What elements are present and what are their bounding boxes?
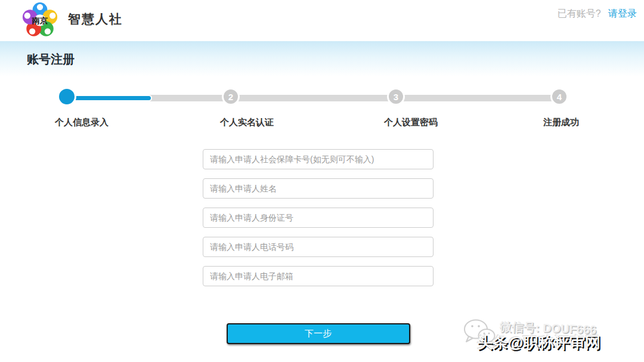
stepper-progress-fill bbox=[69, 95, 152, 101]
step-number-3: 3 bbox=[394, 92, 398, 102]
smart-hr-flower-logo-icon: 南京 bbox=[21, 2, 59, 38]
step-circle-1 bbox=[57, 87, 76, 106]
step-circle-3: 3 bbox=[387, 88, 405, 106]
account-hint-text: 已有账号? bbox=[558, 8, 601, 18]
step-label-set-password: 个人设置密码 bbox=[384, 117, 438, 128]
login-link[interactable]: 请登录 bbox=[608, 8, 637, 18]
watermark: 微信号: DOUF666 头条@职称评审网 bbox=[462, 318, 642, 357]
step-label-realname-auth: 个人实名认证 bbox=[220, 117, 274, 128]
step-number-2: 2 bbox=[228, 92, 233, 102]
next-step-button[interactable]: 下一步 bbox=[227, 323, 410, 344]
applicant-name-input[interactable] bbox=[203, 178, 434, 199]
watermark-toutiao-handle: 头条@职称评审网 bbox=[477, 332, 600, 353]
watermark-wechat-id: 微信号: DOUF666 bbox=[500, 318, 597, 338]
step-label-register-success: 注册成功 bbox=[543, 117, 579, 128]
step-number-4: 4 bbox=[557, 92, 562, 102]
page-title: 账号注册 bbox=[27, 51, 75, 67]
app-title: 智慧人社 bbox=[68, 11, 123, 27]
id-card-number-input[interactable] bbox=[203, 208, 434, 228]
step-label-personal-info: 个人信息录入 bbox=[55, 117, 109, 128]
registration-stepper: 2 3 4 个人信息录入 个人实名认证 个人设置密码 注册成功 bbox=[0, 76, 644, 142]
section-title-band: 账号注册 bbox=[0, 41, 644, 76]
email-input[interactable] bbox=[203, 266, 434, 286]
phone-number-input[interactable] bbox=[203, 237, 434, 257]
header-account-area: 已有账号? 请登录 bbox=[558, 8, 637, 20]
registration-form: 下一步 bbox=[203, 149, 434, 344]
wechat-icon bbox=[463, 318, 497, 350]
step-circle-2: 2 bbox=[222, 88, 240, 106]
social-security-card-input[interactable] bbox=[203, 149, 434, 169]
header: 南京 智慧人社 已有账号? 请登录 bbox=[0, 0, 644, 41]
logo-center-text: 南京 bbox=[32, 16, 48, 25]
step-circle-4: 4 bbox=[550, 88, 568, 106]
